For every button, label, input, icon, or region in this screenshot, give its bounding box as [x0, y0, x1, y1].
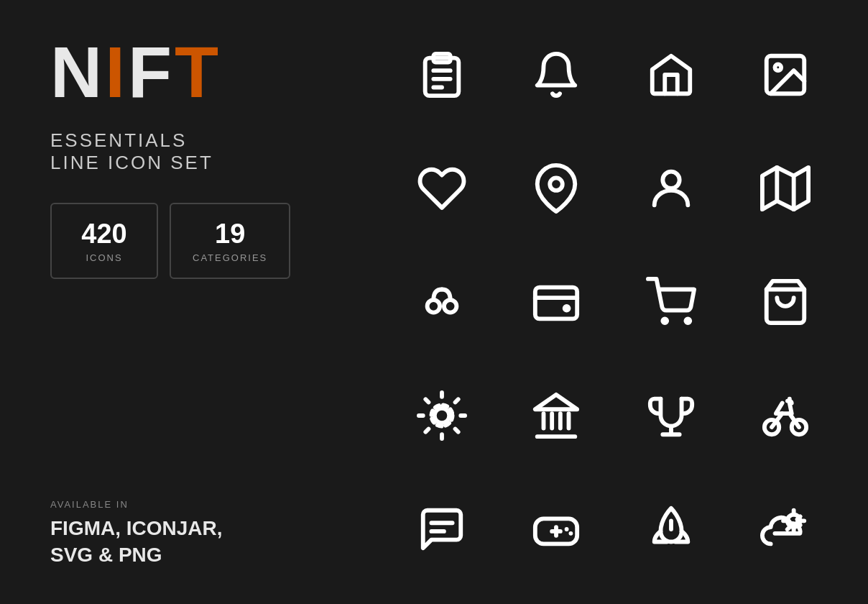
svg-point-16 [662, 319, 667, 323]
icons-stat-box: 420 ICONS [50, 203, 158, 279]
categories-label: CATEGORIES [193, 252, 267, 263]
icons-count: 420 [73, 219, 135, 250]
logo: NIFT [50, 36, 309, 108]
stats-row: 420 ICONS 19 CATEGORIES [50, 203, 309, 279]
bank-icon [503, 362, 611, 469]
earbuds-icon [388, 249, 496, 355]
available-formats: FIGMA, ICONJAR,SVG & PNG [50, 516, 309, 568]
svg-point-17 [685, 319, 690, 323]
logo-f: F [128, 32, 175, 112]
image-icon [732, 22, 840, 128]
user-icon [617, 135, 725, 242]
clipboard-icon [388, 22, 496, 128]
svg-point-8 [662, 172, 679, 188]
svg-point-7 [550, 178, 563, 190]
logo-i: I [105, 32, 128, 112]
subtitle-line2: LINE ICON SET [50, 152, 309, 174]
gamepad-icon [503, 476, 611, 582]
categories-count: 19 [193, 219, 267, 250]
bag-icon [732, 249, 840, 355]
icons-label: ICONS [73, 252, 135, 263]
location-icon [503, 135, 611, 242]
trophy-icon [617, 362, 725, 469]
bike-icon [732, 362, 840, 469]
heart-icon [388, 135, 496, 242]
subtitle-line1: ESSENTIALS [50, 129, 309, 152]
svg-point-6 [775, 64, 782, 70]
cart-icon [617, 249, 725, 355]
left-panel: NIFT ESSENTIALS LINE ICON SET 420 ICONS … [0, 0, 359, 604]
svg-point-36 [569, 531, 573, 536]
icons-grid [359, 0, 868, 604]
home-icon [617, 22, 725, 128]
svg-point-15 [565, 306, 569, 311]
svg-point-29 [788, 397, 792, 401]
svg-marker-9 [762, 168, 808, 209]
svg-point-35 [565, 527, 569, 531]
subtitle: ESSENTIALS LINE ICON SET [50, 129, 309, 174]
svg-marker-26 [535, 395, 577, 409]
svg-point-20 [435, 408, 449, 423]
lightbulb-icon [388, 362, 496, 469]
wallet-icon [503, 249, 611, 355]
logo-n: N [50, 32, 105, 112]
available-section: AVAILABLE IN FIGMA, ICONJAR,SVG & PNG [50, 499, 309, 568]
bell-icon [503, 22, 611, 128]
chat-icon [388, 476, 496, 582]
rocket-icon [617, 476, 725, 582]
map-icon [732, 135, 840, 242]
svg-rect-14 [535, 288, 577, 319]
categories-stat-box: 19 CATEGORIES [170, 203, 290, 279]
available-in-label: AVAILABLE IN [50, 499, 309, 510]
logo-t: T [175, 32, 221, 112]
cloud-sun-icon [732, 476, 840, 582]
